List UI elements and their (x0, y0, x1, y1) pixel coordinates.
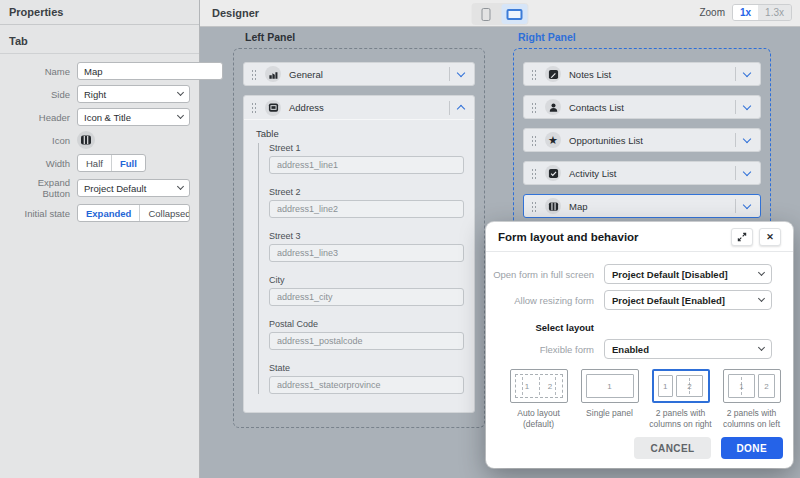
tab-card-label: Contacts List (569, 102, 735, 113)
fullscreen-select[interactable]: Project Default [Disabled] (604, 264, 772, 284)
layout-option-caption: Auto layout (default) (507, 408, 570, 430)
form-field[interactable]: Street 2 address1_line2 (269, 187, 464, 218)
flexible-form-select[interactable]: Enabled (604, 339, 772, 359)
form-field[interactable]: State address1_stateorprovince (269, 363, 464, 394)
panel-number: 1 (663, 382, 667, 391)
width-toggle: Half Full (77, 154, 146, 172)
zoom-option-1-3x[interactable]: 1.3x (758, 5, 791, 20)
person-icon (548, 102, 559, 113)
checklist-icon (548, 168, 559, 179)
two-panels-left-icon: 1 2 (728, 374, 776, 398)
form-field[interactable]: Street 1 address1_line1 (269, 143, 464, 174)
drag-handle-icon[interactable] (251, 102, 256, 113)
done-button[interactable]: DONE (721, 437, 784, 459)
layout-option-auto[interactable]: 1 2 Auto layout (default) (507, 369, 570, 430)
map-icon (548, 201, 559, 212)
resizing-select-value: Project Default [Enabled] (612, 295, 759, 306)
side-select-value: Right (84, 89, 178, 100)
side-label: Side (8, 89, 70, 100)
chevron-down-icon[interactable] (743, 200, 751, 208)
expand-button-select-value: Project Default (84, 183, 178, 194)
name-input[interactable] (77, 62, 223, 80)
initial-state-option-expanded[interactable]: Expanded (78, 205, 140, 221)
device-toggle (472, 3, 529, 25)
field-attribute[interactable]: address1_city (269, 288, 464, 306)
drag-handle-icon[interactable] (531, 69, 536, 80)
close-dialog-button[interactable]: ✕ (759, 228, 781, 246)
panel-number: 1 (607, 382, 611, 391)
field-attribute[interactable]: address1_line2 (269, 200, 464, 218)
initial-state-option-collapsed[interactable]: Collapsed (140, 205, 190, 221)
field-label: Postal Code (269, 319, 464, 329)
drag-handle-icon[interactable] (531, 102, 536, 113)
chevron-down-icon[interactable] (743, 68, 751, 76)
chevron-down-icon[interactable] (743, 134, 751, 142)
initial-state-row: Initial state Expanded Collapsed (0, 204, 199, 222)
icon-picker-button[interactable] (77, 131, 95, 149)
tab-card-label: Map (569, 201, 735, 212)
tab-card-contacts-list[interactable]: Contacts List (523, 95, 761, 119)
field-attribute[interactable]: address1_postalcode (269, 332, 464, 350)
flexible-form-select-value: Enabled (612, 344, 759, 355)
tab-card-map[interactable]: Map (523, 194, 761, 218)
resizing-select[interactable]: Project Default [Enabled] (604, 290, 772, 310)
phone-view-button[interactable] (473, 4, 499, 24)
zoom-toggle: 1x 1.3x (732, 4, 792, 21)
chevron-down-icon[interactable] (743, 101, 751, 109)
expand-icon (737, 232, 747, 242)
form-layout-dialog: Form layout and behavior ✕ Open form in … (486, 222, 793, 468)
chevron-down-icon (758, 269, 765, 276)
tab-card-address-header[interactable]: Address (244, 96, 474, 120)
chevron-down-icon (177, 183, 184, 190)
width-option-full[interactable]: Full (112, 155, 145, 171)
building-icon (268, 69, 279, 80)
form-field[interactable]: City address1_city (269, 275, 464, 306)
tab-section-title: Tab (0, 35, 199, 54)
zoom-option-1x[interactable]: 1x (733, 5, 758, 20)
expand-button-select[interactable]: Project Default (77, 179, 190, 197)
layout-option-single-panel[interactable]: 1 Single panel (578, 369, 641, 430)
layout-option-2-panels-columns-left[interactable]: 1 2 2 panels with columns on left (720, 369, 783, 430)
drag-handle-icon[interactable] (531, 135, 536, 146)
chevron-up-icon[interactable] (457, 105, 465, 113)
panel-number: 2 (687, 382, 691, 391)
drag-handle-icon[interactable] (531, 168, 536, 179)
drag-handle-icon[interactable] (531, 201, 536, 212)
layout-option-2-panels-columns-right[interactable]: 1 2 2 panels with columns on right (649, 369, 712, 430)
layout-option-caption: 2 panels with columns on left (720, 408, 783, 430)
right-panel-label: Right Panel (518, 31, 576, 43)
tab-card-activity-list[interactable]: Activity List (523, 161, 761, 185)
form-field[interactable]: Street 3 address1_line3 (269, 231, 464, 262)
form-designer-screen: Properties Tab Name Side Right Header Ic… (0, 0, 800, 478)
field-label: City (269, 275, 464, 285)
layout-option-caption: Single panel (586, 408, 633, 419)
form-field[interactable]: Postal Code address1_postalcode (269, 319, 464, 350)
side-select[interactable]: Right (77, 85, 190, 103)
header-label: Header (8, 112, 70, 123)
field-attribute[interactable]: address1_stateorprovince (269, 376, 464, 394)
width-option-half[interactable]: Half (78, 155, 112, 171)
tab-card-address-expanded: Address Table Street 1 address1_line1 St… (243, 95, 475, 413)
fullscreen-label: Open form in full screen (486, 269, 604, 280)
drag-handle-icon[interactable] (251, 69, 256, 80)
tablet-view-button[interactable] (502, 4, 528, 24)
expand-dialog-button[interactable] (731, 228, 753, 246)
cancel-button[interactable]: CANCEL (634, 437, 710, 459)
width-label: Width (8, 158, 70, 169)
header-select[interactable]: Icon & Title (77, 108, 190, 126)
panel-number: 1 (739, 382, 743, 391)
tab-card-general[interactable]: General (243, 62, 475, 86)
chevron-down-icon[interactable] (457, 68, 465, 76)
field-attribute[interactable]: address1_line3 (269, 244, 464, 262)
chevron-down-icon (758, 295, 765, 302)
width-row: Width Half Full (0, 154, 199, 172)
zoom-label: Zoom (699, 7, 725, 18)
panel-number: 1 (525, 382, 529, 391)
field-attribute[interactable]: address1_line1 (269, 156, 464, 174)
tab-card-notes-list[interactable]: Notes List (523, 62, 761, 86)
tab-card-label: Address (289, 102, 449, 113)
field-label: State (269, 363, 464, 373)
tab-card-opportunities-list[interactable]: ★ Opportunities List (523, 128, 761, 152)
chevron-down-icon[interactable] (743, 167, 751, 175)
expand-button-label: Expand Button (8, 177, 70, 199)
